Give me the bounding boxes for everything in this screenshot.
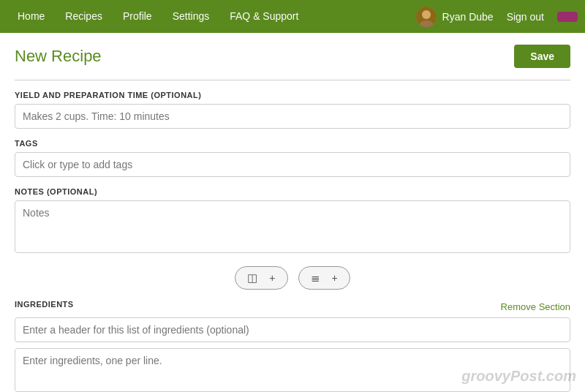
- ingredients-header-row: INGREDIENTS Remove Section: [15, 300, 570, 313]
- yield-input[interactable]: [15, 104, 570, 129]
- remove-section-link[interactable]: Remove Section: [501, 301, 570, 312]
- gopro-button[interactable]: [557, 12, 578, 22]
- add-block-label: +: [269, 272, 275, 284]
- user-name: Ryan Dube: [442, 11, 494, 23]
- ingredients-body-textarea[interactable]: [15, 348, 570, 392]
- ingredients-label: INGREDIENTS: [15, 300, 74, 309]
- divider: [15, 80, 570, 80]
- signout-button[interactable]: Sign out: [499, 11, 551, 23]
- add-list-label: +: [331, 272, 337, 284]
- yield-section: YIELD AND PREPARATION TIME (OPTIONAL): [15, 91, 570, 129]
- block-icon: ◫: [247, 271, 257, 284]
- notes-section: NOTES (OPTIONAL): [15, 187, 570, 256]
- notes-label: NOTES (OPTIONAL): [15, 187, 570, 196]
- save-button[interactable]: Save: [514, 45, 570, 68]
- page-header: New Recipe Save: [15, 45, 570, 68]
- main-nav: Home Recipes Profile Settings FAQ & Supp…: [0, 0, 585, 33]
- add-buttons-row: ◫ + ≣ +: [15, 266, 570, 290]
- add-block-button[interactable]: ◫ +: [235, 266, 287, 290]
- nav-user-area: Ryan Dube Sign out: [416, 7, 578, 27]
- main-content: New Recipe Save YIELD AND PREPARATION TI…: [0, 33, 585, 392]
- ingredients-section: INGREDIENTS Remove Section: [15, 300, 570, 392]
- nav-recipes[interactable]: Recipes: [55, 0, 113, 33]
- tags-label: TAGS: [15, 139, 570, 148]
- notes-textarea[interactable]: [15, 200, 570, 253]
- tags-input[interactable]: [15, 152, 570, 177]
- tags-section: TAGS: [15, 139, 570, 177]
- nav-settings[interactable]: Settings: [162, 0, 220, 33]
- nav-profile[interactable]: Profile: [113, 0, 162, 33]
- ingredients-header-input[interactable]: [15, 317, 570, 342]
- nav-home[interactable]: Home: [7, 0, 55, 33]
- list-icon: ≣: [311, 271, 320, 284]
- nav-faq[interactable]: FAQ & Support: [219, 0, 309, 33]
- page-title: New Recipe: [15, 47, 102, 66]
- yield-label: YIELD AND PREPARATION TIME (OPTIONAL): [15, 91, 570, 99]
- avatar: [416, 7, 437, 27]
- add-list-button[interactable]: ≣ +: [298, 266, 350, 290]
- svg-point-1: [422, 10, 431, 19]
